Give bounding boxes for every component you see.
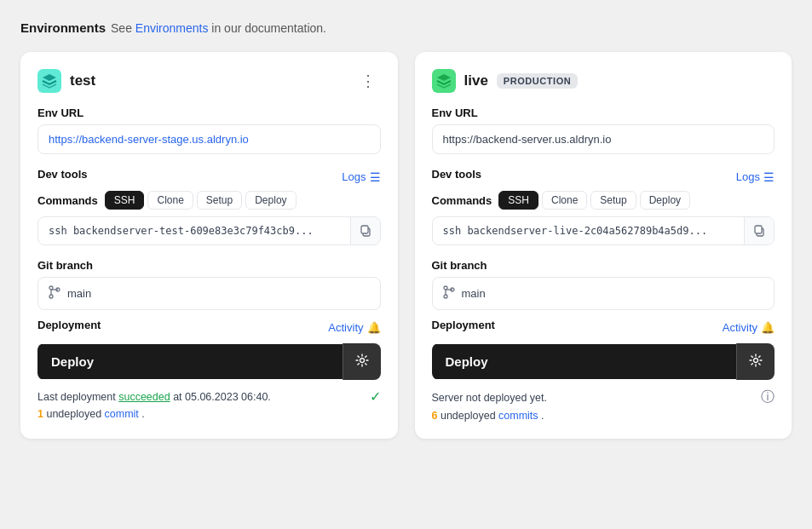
undeployed-label: undeployed	[441, 410, 498, 422]
logs-link[interactable]: Logs ☰	[342, 170, 380, 184]
activity-link[interactable]: Activity 🔔	[328, 321, 380, 334]
svg-point-6	[360, 359, 364, 363]
more-menu-button[interactable]: ⋮	[355, 70, 381, 92]
environments-grid: test ⋮ Env URL https://backend-server-st…	[20, 52, 792, 439]
svg-point-4	[49, 295, 53, 298]
logs-icon: ☰	[763, 170, 775, 184]
settings-icon	[355, 354, 369, 367]
copy-icon	[753, 225, 765, 237]
commands-row: Commands SSH Clone Setup Deploy	[432, 191, 775, 210]
git-branch-box: main	[432, 277, 775, 310]
env-name: test	[70, 72, 95, 89]
env-title-group: test	[37, 69, 95, 93]
server-not-deployed-status: Server not deployed yet. ⓘ	[432, 388, 775, 406]
cmd-tab-clone[interactable]: Clone	[542, 191, 587, 210]
commands-label: Commands	[37, 194, 98, 207]
deployment-label: Deployment	[432, 319, 495, 331]
logs-label: Logs	[736, 170, 760, 183]
activity-link[interactable]: Activity 🔔	[723, 321, 775, 334]
dev-tools-label: Dev tools	[432, 168, 482, 181]
svg-point-13	[754, 359, 758, 363]
deploy-btn-row: Deploy	[432, 343, 775, 380]
copy-command-button[interactable]	[744, 217, 774, 244]
activity-label: Activity	[328, 321, 363, 334]
activity-icon: 🔔	[367, 321, 381, 334]
undeployed-row: 1 undeployed commit .	[37, 408, 381, 420]
env-card-header: test ⋮	[37, 69, 381, 93]
logs-label: Logs	[342, 170, 366, 183]
deploy-btn-row: Deploy	[37, 343, 381, 380]
deployment-status-text: Last deployment succeeded at 05.06.2023 …	[37, 388, 381, 405]
git-branch-box: main	[37, 277, 381, 310]
git-branch-label: Git branch	[37, 259, 381, 272]
cmd-tab-ssh[interactable]: SSH	[105, 191, 145, 210]
env-card-live: live PRODUCTION Env URL https://backend-…	[415, 52, 792, 439]
git-branch-label: Git branch	[432, 259, 775, 272]
env-card-test: test ⋮ Env URL https://backend-server-st…	[20, 52, 398, 439]
command-value: ssh backendserver-test-609e83e3c79f43cb9…	[38, 217, 350, 244]
env-url: https://backend-server-stage.us.aldryn.i…	[37, 124, 381, 154]
deploy-settings-button[interactable]	[343, 343, 381, 380]
cmd-tab-setup[interactable]: Setup	[197, 191, 242, 210]
copy-icon	[360, 225, 371, 237]
doc-text: See Environments in our documentation.	[111, 21, 326, 35]
command-input-row: ssh backendserver-test-609e83e3c79f43cb9…	[37, 216, 381, 245]
cmd-tab-deploy[interactable]: Deploy	[640, 191, 690, 210]
undeployed-row: 6 undeployed commits .	[432, 410, 775, 422]
git-section: Git branch main	[37, 259, 381, 310]
activity-label: Activity	[723, 321, 757, 334]
git-branch-icon	[443, 285, 455, 302]
deployment-label: Deployment	[37, 319, 101, 331]
dev-tools-header: Dev tools Logs ☰	[37, 168, 381, 186]
doc-link[interactable]: Environments	[135, 21, 209, 35]
undeployed-count: 6	[432, 410, 438, 422]
page-title: Environments	[20, 20, 106, 35]
cmd-tab-deploy[interactable]: Deploy	[245, 191, 296, 210]
dev-tools-header: Dev tools Logs ☰	[432, 168, 775, 186]
git-branch-value: main	[462, 287, 486, 300]
settings-icon	[749, 354, 763, 367]
deployment-header: Deployment Activity 🔔	[432, 319, 775, 336]
activity-icon: 🔔	[761, 321, 775, 334]
svg-rect-2	[361, 226, 368, 233]
commands-label: Commands	[432, 194, 492, 207]
cmd-tabs: SSH Clone Setup Deploy	[498, 191, 690, 210]
env-badge: PRODUCTION	[497, 73, 578, 89]
dev-tools-label: Dev tools	[37, 168, 88, 181]
status-link[interactable]: succeeded	[118, 391, 170, 403]
env-card-header: live PRODUCTION	[432, 69, 775, 93]
env-icon	[37, 69, 61, 93]
deploy-button[interactable]: Deploy	[432, 344, 737, 379]
deploy-button[interactable]: Deploy	[37, 344, 343, 379]
commit-link[interactable]: commits	[498, 410, 538, 422]
cmd-tab-ssh[interactable]: SSH	[498, 191, 538, 210]
git-branch-value: main	[67, 287, 91, 300]
cmd-tabs: SSH Clone Setup Deploy	[105, 191, 297, 210]
check-icon: ✓	[370, 388, 381, 405]
logs-icon: ☰	[370, 170, 381, 184]
env-icon	[432, 69, 456, 93]
cmd-tab-setup[interactable]: Setup	[590, 191, 636, 210]
command-input-row: ssh backendserver-live-2c04a562789b4a5d9…	[432, 216, 775, 245]
git-branch-icon	[49, 285, 60, 302]
deploy-settings-button[interactable]	[736, 343, 775, 380]
env-title-group: live PRODUCTION	[432, 69, 579, 93]
info-icon: ⓘ	[761, 388, 775, 406]
cmd-tab-clone[interactable]: Clone	[147, 191, 193, 210]
deployment-header: Deployment Activity 🔔	[37, 319, 381, 336]
env-name: live	[464, 72, 488, 89]
undeployed-label: undeployed	[46, 408, 104, 420]
env-url-label: Env URL	[37, 106, 381, 119]
svg-point-11	[444, 295, 447, 298]
commit-link[interactable]: commit	[105, 408, 139, 420]
env-url-label: Env URL	[432, 106, 775, 119]
command-value: ssh backendserver-live-2c04a562789b4a5d9…	[433, 217, 745, 244]
git-section: Git branch main	[432, 259, 775, 310]
env-url: https://backend-server.us.aldryn.io	[432, 124, 775, 154]
commands-row: Commands SSH Clone Setup Deploy	[37, 191, 381, 210]
undeployed-count: 1	[37, 408, 43, 420]
svg-rect-9	[755, 226, 762, 233]
page-header: Environments See Environments in our doc…	[20, 20, 792, 35]
copy-command-button[interactable]	[350, 217, 380, 244]
logs-link[interactable]: Logs ☰	[736, 170, 775, 184]
